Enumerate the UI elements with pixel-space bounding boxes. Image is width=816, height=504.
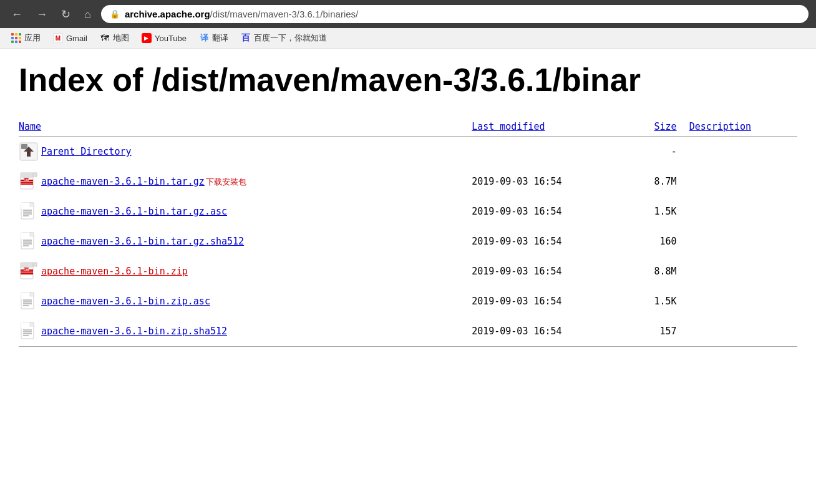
file-link[interactable]: apache-maven-3.6.1-bin.zip.sha512 <box>41 326 227 337</box>
bookmark-gmail-label: Gmail <box>66 34 87 43</box>
file-size: 1.5K <box>635 286 689 316</box>
apps-grid-icon <box>11 33 21 43</box>
file-link[interactable]: apache-maven-3.6.1-bin.zip.asc <box>41 296 210 307</box>
lock-icon: 🔒 <box>110 9 120 19</box>
file-icon: ↩ <box>19 146 41 157</box>
file-name-cell: apache-maven-3.6.1-bin.zip.asc <box>19 286 472 316</box>
page-title: Index of /dist/maven/maven-3/3.6.1/binar <box>19 61 797 99</box>
nav-bar: ← → ↻ ⌂ 🔒 archive.apache.org/dist/maven/… <box>0 0 816 28</box>
file-name-cell: apache-maven-3.6.1-bin.zip.sha512 <box>19 316 472 347</box>
file-size: 8.8M <box>635 256 689 286</box>
bookmark-maps-label: 地图 <box>113 32 129 44</box>
svg-text:↩: ↩ <box>27 148 31 155</box>
file-description <box>689 316 797 347</box>
file-description <box>689 196 797 226</box>
file-size: 160 <box>635 226 689 256</box>
translate-icon: 译 <box>199 33 209 43</box>
bookmarks-bar: 应用 M Gmail 🗺 地图 ▶ YouTube 译 翻译 百 百度一下，你就… <box>0 28 816 49</box>
file-modified <box>472 137 634 167</box>
file-icon: TAR <box>19 176 41 187</box>
table-row: apache-maven-3.6.1-bin.tar.gz.sha5122019… <box>19 226 797 256</box>
modified-sort-link[interactable]: Last modified <box>472 121 545 132</box>
table-row: TAR apache-maven-3.6.1-bin.tar.gz下载安装包20… <box>19 167 797 196</box>
file-annotation: 下载安装包 <box>206 177 246 187</box>
baidu-icon: 百 <box>241 33 251 43</box>
file-name-cell: TAR apache-maven-3.6.1-bin.tar.gz下载安装包 <box>19 167 472 196</box>
maps-icon: 🗺 <box>100 33 110 43</box>
name-sort-link[interactable]: Name <box>19 121 41 132</box>
page-content: Index of /dist/maven/maven-3/3.6.1/binar… <box>0 49 816 359</box>
svg-rect-32 <box>33 263 37 266</box>
svg-text:TAR: TAR <box>23 178 29 182</box>
table-row: apache-maven-3.6.1-bin.tar.gz.asc2019-09… <box>19 196 797 226</box>
gmail-icon: M <box>53 33 63 43</box>
bookmark-apps-label: 应用 <box>24 32 41 44</box>
size-sort-link[interactable]: Size <box>654 121 677 132</box>
file-description <box>689 256 797 286</box>
file-link[interactable]: Parent Directory <box>41 146 132 157</box>
svg-rect-30 <box>21 263 33 268</box>
file-modified: 2019-09-03 16:54 <box>472 316 634 347</box>
table-row: apache-maven-3.6.1-bin.zip.sha5122019-09… <box>19 316 797 347</box>
bookmark-youtube-label: YouTube <box>155 34 187 43</box>
file-modified: 2019-09-03 16:54 <box>472 167 634 196</box>
svg-rect-24 <box>30 233 34 236</box>
bookmark-translate[interactable]: 译 翻译 <box>194 31 233 46</box>
table-row: TAR apache-maven-3.6.1-bin.zip2019-09-03… <box>19 256 797 286</box>
bookmark-apps[interactable]: 应用 <box>6 31 46 46</box>
svg-rect-16 <box>30 203 34 206</box>
file-modified: 2019-09-03 16:54 <box>472 196 634 226</box>
file-name-cell: apache-maven-3.6.1-bin.tar.gz.sha512 <box>19 226 472 256</box>
file-modified: 2019-09-03 16:54 <box>472 226 634 256</box>
file-link[interactable]: apache-maven-3.6.1-bin.tar.gz.asc <box>41 206 227 217</box>
bookmark-maps[interactable]: 🗺 地图 <box>95 31 134 46</box>
svg-rect-7 <box>33 173 37 177</box>
svg-rect-49 <box>30 322 34 326</box>
file-description <box>689 226 797 256</box>
file-link[interactable]: apache-maven-3.6.1-bin.tar.gz <box>41 176 205 187</box>
file-description <box>689 167 797 196</box>
file-name-cell: ↩ Parent Directory <box>19 137 472 167</box>
svg-rect-41 <box>30 293 34 296</box>
file-size: 8.7M <box>635 167 689 196</box>
table-row: apache-maven-3.6.1-bin.zip.asc2019-09-03… <box>19 286 797 316</box>
desc-sort-link[interactable]: Description <box>689 121 751 132</box>
file-size: 1.5K <box>635 196 689 226</box>
file-modified: 2019-09-03 16:54 <box>472 256 634 286</box>
file-icon: TAR <box>19 266 41 277</box>
address-bar[interactable]: 🔒 archive.apache.org/dist/maven/maven-3/… <box>101 5 809 23</box>
file-link[interactable]: apache-maven-3.6.1-bin.zip <box>41 266 188 277</box>
bookmark-baidu-label: 百度一下，你就知道 <box>254 32 327 44</box>
svg-rect-22 <box>21 233 30 239</box>
file-icon <box>19 296 41 307</box>
file-description <box>689 137 797 167</box>
file-size: 157 <box>635 316 689 347</box>
file-description <box>689 286 797 316</box>
file-modified: 2019-09-03 16:54 <box>472 286 634 316</box>
file-table: Name Last modified Size Description ↩ Pa… <box>19 117 797 347</box>
file-name-cell: TAR apache-maven-3.6.1-bin.zip <box>19 256 472 286</box>
file-size: - <box>635 137 689 167</box>
svg-rect-5 <box>21 173 33 178</box>
file-icon <box>19 236 41 247</box>
bookmark-youtube[interactable]: ▶ YouTube <box>137 31 192 45</box>
back-button[interactable]: ← <box>7 7 26 21</box>
bookmark-gmail[interactable]: M Gmail <box>48 31 92 45</box>
home-button[interactable]: ⌂ <box>80 7 95 21</box>
col-header-modified: Last modified <box>472 117 634 137</box>
svg-rect-14 <box>21 203 30 209</box>
reload-button[interactable]: ↻ <box>57 7 74 21</box>
col-header-name: Name <box>19 117 472 137</box>
address-domain: archive.apache.org/dist/maven/maven-3/3.… <box>125 9 358 19</box>
svg-text:TAR: TAR <box>23 268 29 271</box>
bookmark-translate-label: 翻译 <box>212 32 228 44</box>
bookmark-baidu[interactable]: 百 百度一下，你就知道 <box>236 31 332 46</box>
youtube-icon: ▶ <box>142 33 152 43</box>
file-link[interactable]: apache-maven-3.6.1-bin.tar.gz.sha512 <box>41 236 244 247</box>
browser-chrome: ← → ↻ ⌂ 🔒 archive.apache.org/dist/maven/… <box>0 0 816 49</box>
forward-button[interactable]: → <box>32 7 51 21</box>
file-icon <box>19 206 41 217</box>
col-header-size: Size <box>635 117 689 137</box>
svg-rect-47 <box>21 322 30 329</box>
svg-rect-39 <box>21 293 30 299</box>
